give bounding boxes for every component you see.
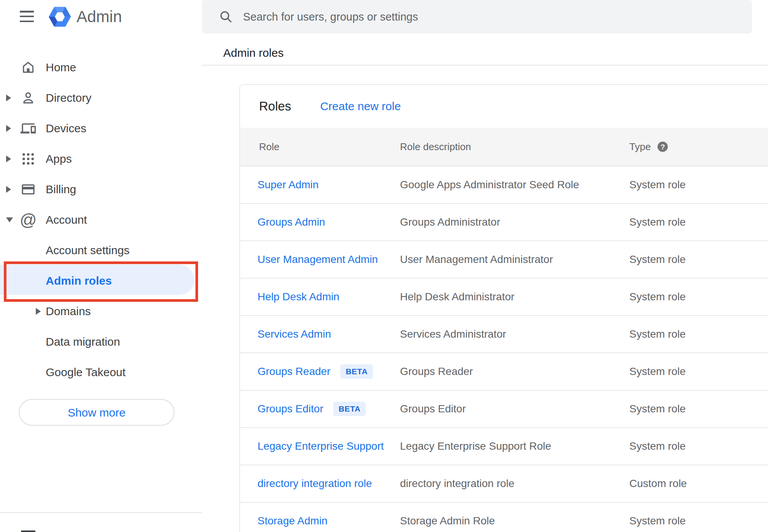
role-cell: Legacy Enterprise Support xyxy=(258,440,384,452)
role-type: System role xyxy=(629,291,686,303)
sidebar-item-data-migration[interactable]: Data migration xyxy=(0,327,202,357)
clipped-bottom-icon xyxy=(21,530,35,532)
roles-table-body: Super Admin Google Apps Administrator Se… xyxy=(240,167,768,532)
expand-right-icon[interactable] xyxy=(6,186,11,193)
role-description: Storage Admin Role xyxy=(400,515,495,527)
sidebar-item-label: Account xyxy=(46,213,87,226)
apps-grid-icon xyxy=(20,150,37,168)
sidebar-item-billing[interactable]: Billing xyxy=(0,174,202,205)
role-description: User Management Administrator xyxy=(400,253,553,266)
expand-right-icon[interactable] xyxy=(36,308,41,315)
roles-card: Roles Create new role Role Role descript… xyxy=(239,84,768,532)
home-icon xyxy=(20,59,37,76)
role-cell: Services Admin xyxy=(258,328,331,340)
sidebar-item-apps[interactable]: Apps xyxy=(0,144,202,174)
table-row: User Management Admin User Management Ad… xyxy=(240,241,768,279)
role-cell: Groups Admin xyxy=(258,216,325,228)
devices-icon xyxy=(20,120,37,137)
role-link[interactable]: Groups Editor xyxy=(258,403,323,415)
table-row: Groups Editor BETA Groups Editor System … xyxy=(240,391,768,428)
table-row: Groups Admin Groups Administrator System… xyxy=(240,204,768,241)
role-link[interactable]: User Management Admin xyxy=(258,253,378,266)
role-link[interactable]: Groups Admin xyxy=(258,216,325,228)
role-link[interactable]: Legacy Enterprise Support xyxy=(258,440,384,452)
role-type: System role xyxy=(629,365,686,378)
table-row: Groups Reader BETA Groups Reader System … xyxy=(240,353,768,391)
role-description: directory integration role xyxy=(400,478,514,490)
role-description: Services Administrator xyxy=(400,328,506,340)
sidebar-item-devices[interactable]: Devices xyxy=(0,113,202,144)
role-type: System role xyxy=(629,253,686,266)
role-link[interactable]: Services Admin xyxy=(258,328,331,340)
sidebar-item-label: Apps xyxy=(46,152,72,165)
hamburger-menu-icon[interactable] xyxy=(20,11,34,22)
table-row: Help Desk Admin Help Desk Administrator … xyxy=(240,279,768,316)
roles-card-header: Roles Create new role xyxy=(240,85,768,128)
role-description: Legacy Enterprise Support Role xyxy=(400,440,551,452)
sidebar-item-account-settings[interactable]: Account settings xyxy=(0,235,202,266)
sidebar-item-admin-roles[interactable]: Admin roles xyxy=(0,266,202,296)
at-sign-icon: @ xyxy=(20,211,37,229)
role-type: System role xyxy=(629,216,686,228)
role-link[interactable]: Storage Admin xyxy=(258,515,328,527)
credit-card-icon xyxy=(20,181,37,198)
app-title: Admin xyxy=(77,6,122,27)
role-description: Groups Administrator xyxy=(400,216,500,228)
role-cell: Groups Editor BETA xyxy=(258,402,366,416)
role-description: Google Apps Administrator Seed Role xyxy=(400,179,579,191)
column-header-type-label: Type xyxy=(629,141,651,153)
sidebar-item-account[interactable]: @ Account xyxy=(0,205,202,235)
table-row: Super Admin Google Apps Administrator Se… xyxy=(240,167,768,204)
beta-badge: BETA xyxy=(340,364,373,379)
expand-right-icon[interactable] xyxy=(6,155,11,162)
sidebar-item-label: Data migration xyxy=(46,335,120,348)
column-header-role: Role xyxy=(259,141,279,153)
page-title: Roles xyxy=(259,99,291,114)
role-link[interactable]: Help Desk Admin xyxy=(258,291,339,303)
sidebar-item-label: Directory xyxy=(46,91,91,104)
role-cell: User Management Admin xyxy=(258,253,378,266)
sidebar-item-google-takeout[interactable]: Google Takeout xyxy=(0,357,202,388)
sidebar-item-home[interactable]: Home xyxy=(0,52,202,83)
role-cell: Super Admin xyxy=(258,179,318,191)
breadcrumb: Admin roles xyxy=(223,46,283,59)
beta-badge: BETA xyxy=(333,402,366,416)
role-description: Help Desk Administrator xyxy=(400,291,514,303)
role-link[interactable]: Groups Reader xyxy=(258,365,330,378)
header-divider xyxy=(202,65,768,66)
search-bar[interactable] xyxy=(202,0,752,34)
role-type: Custom role xyxy=(629,478,687,490)
admin-logo-icon xyxy=(49,6,71,27)
role-link[interactable]: directory integration role xyxy=(258,478,372,490)
create-new-role-link[interactable]: Create new role xyxy=(320,100,401,113)
expand-right-icon[interactable] xyxy=(6,95,11,101)
role-type: System role xyxy=(629,328,686,340)
sidebar-item-label: Devices xyxy=(46,122,86,135)
table-row: Services Admin Services Administrator Sy… xyxy=(240,316,768,353)
role-cell: Storage Admin xyxy=(258,515,328,527)
sidebar-item-label: Domains xyxy=(46,305,91,318)
sidebar-item-label: Account settings xyxy=(46,244,130,257)
show-more-button[interactable]: Show more xyxy=(19,399,174,426)
role-cell: Groups Reader BETA xyxy=(258,364,373,379)
search-icon xyxy=(219,10,233,24)
role-description: Groups Editor xyxy=(400,403,466,415)
sidebar-item-directory[interactable]: Directory xyxy=(0,83,202,113)
sidebar-item-label: Billing xyxy=(46,183,76,196)
role-link[interactable]: Super Admin xyxy=(258,179,318,191)
help-icon[interactable]: ? xyxy=(658,142,668,152)
role-type: System role xyxy=(629,440,686,452)
role-type: System role xyxy=(629,403,686,415)
role-type: System role xyxy=(629,515,686,527)
search-input[interactable] xyxy=(242,10,752,24)
table-row: Legacy Enterprise Support Legacy Enterpr… xyxy=(240,428,768,465)
column-header-type: Type ? xyxy=(629,141,668,153)
collapse-down-icon[interactable] xyxy=(6,218,13,223)
column-header-description: Role description xyxy=(400,141,471,153)
sidebar-item-label: Admin roles xyxy=(46,274,112,287)
sidebar-item-domains[interactable]: Domains xyxy=(0,296,202,327)
role-cell: Help Desk Admin xyxy=(258,291,339,303)
expand-right-icon[interactable] xyxy=(6,125,11,132)
google-admin-console: Admin Home Directory xyxy=(0,0,768,532)
person-icon xyxy=(20,89,37,107)
